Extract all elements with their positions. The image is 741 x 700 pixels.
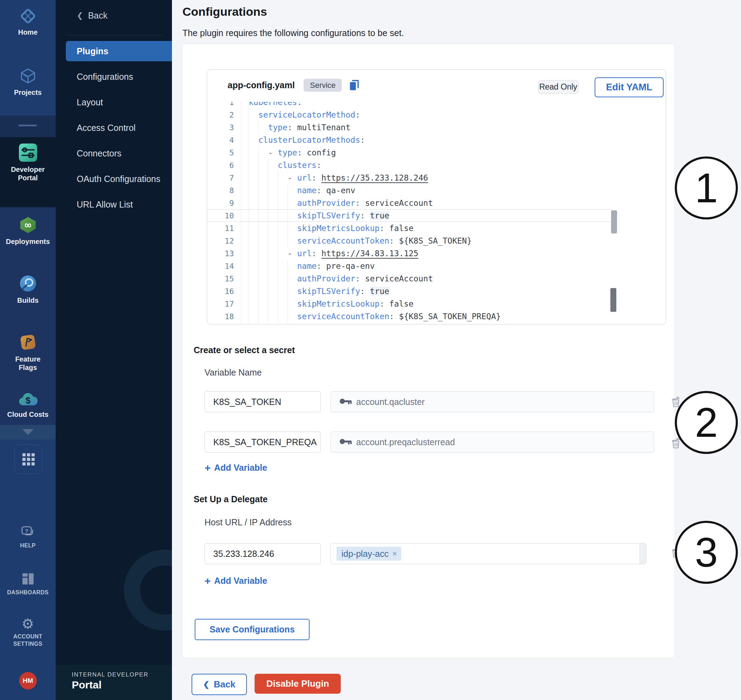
gear-icon: ⚙ (22, 617, 34, 631)
app-window: Home Projects Developer Portal ∞ Deploym… (0, 0, 741, 700)
nav-item-configurations[interactable]: Configurations (56, 66, 172, 87)
code-line: 2serviceLocatorMethod: (207, 109, 612, 121)
chevron-left-icon: ❮ (203, 680, 209, 689)
nav-item-label: Connectors (77, 149, 122, 159)
module-browser-button[interactable] (14, 444, 43, 474)
read-only-badge: Read Only (538, 80, 579, 94)
variable-name-value: K8S_SA_TOKEN (213, 397, 281, 407)
back-button[interactable]: ❮ Back (192, 674, 247, 695)
secret-value: account.qacluster (356, 397, 425, 407)
code-line: 13- url: https://34.83.13.125 (207, 247, 612, 260)
code-line: 5- type: config (207, 146, 612, 159)
nav-item-label: Layout (77, 97, 103, 107)
dashboards-icon (22, 573, 34, 587)
code-line: 17skipMetricsLookup: false (207, 297, 612, 310)
annotation-number: 3 (695, 528, 718, 576)
svg-text:$: $ (25, 395, 31, 406)
sidebar-item-help[interactable]: ? HELP (0, 526, 56, 549)
user-avatar-item[interactable]: HM (0, 672, 56, 690)
sidebar-item-label: ACCOUNT SETTINGS (7, 633, 49, 647)
code-line: 4clusterLocatorMethods: (207, 134, 612, 146)
rail-collapse-chevron[interactable] (0, 429, 56, 435)
sidebar-item-label: Deployments (5, 237, 51, 246)
key-icon (339, 398, 352, 406)
code-line: 15authProvider: serviceAccount (207, 272, 612, 285)
secret-value: account.preqaclusterread (356, 437, 455, 447)
editor-header: app-config.yaml Service Read Only Edit Y… (207, 70, 666, 102)
tags-scrollbar[interactable] (639, 544, 646, 564)
sidebar-item-dashboards[interactable]: DASHBOARDS (0, 573, 56, 596)
sidebar-item-feature-flags[interactable]: Feature Flags (0, 333, 56, 372)
annotation-circle-1: 1 (675, 156, 738, 219)
chevron-down-icon (22, 429, 34, 435)
remove-tag-icon[interactable]: × (392, 549, 397, 559)
grid-icon (22, 453, 35, 466)
copy-icon[interactable] (349, 79, 360, 93)
code-line: 11skipMetricsLookup: false (207, 222, 612, 234)
variable-name-input[interactable]: K8S_SA_TOKEN (205, 391, 321, 412)
back-nav[interactable]: ❮ Back (77, 10, 108, 21)
svg-text:∞: ∞ (24, 219, 32, 230)
home-icon (20, 8, 37, 26)
save-label: Save Configurations (209, 624, 295, 635)
annotation-number: 1 (695, 164, 718, 212)
save-configurations-button[interactable]: Save Configurations (195, 619, 309, 640)
footer-eyebrow: INTERNAL DEVELOPER (72, 671, 149, 678)
sidebar-item-projects[interactable]: Projects (0, 67, 56, 97)
scrollbar-thumb[interactable] (611, 210, 617, 234)
code-line: 14name: pre-qa-env (207, 260, 612, 272)
delegate-tags-input[interactable]: idp-play-acc × (331, 543, 647, 564)
delegate-tag-chip[interactable]: idp-play-acc × (337, 547, 401, 561)
sidebar-item-cloud-costs[interactable]: $ Cloud Costs (0, 391, 56, 419)
code-line: 12serviceAccountToken: ${K8S_SA_TOKEN} (207, 234, 612, 247)
sidebar-item-label: Projects (5, 88, 51, 97)
host-url-label: Host URL / IP Address (205, 517, 292, 528)
sidebar-footer: INTERNAL DEVELOPER Portal (56, 665, 172, 700)
key-icon (339, 438, 352, 446)
service-badge: Service (303, 79, 342, 92)
feature-flags-icon (19, 333, 37, 353)
svg-text:?: ? (25, 528, 28, 534)
sidebar-item-home[interactable]: Home (0, 8, 56, 37)
disable-plugin-button[interactable]: Disable Plugin (255, 674, 341, 694)
secret-select[interactable]: account.qacluster (331, 391, 654, 412)
chevron-left-icon: ❮ (77, 11, 83, 20)
nav-item-plugins[interactable]: Plugins (66, 41, 172, 61)
yaml-editor: app-config.yaml Service Read Only Edit Y… (207, 69, 666, 325)
builds-icon (19, 275, 37, 294)
rail-mid-section (0, 116, 56, 137)
sidebar-item-label: Builds (5, 296, 51, 304)
nav-item-label: Configurations (77, 72, 133, 82)
add-variable-link[interactable]: + Add Variable (205, 576, 267, 586)
footer-title: Portal (72, 679, 102, 691)
file-name: app-config.yaml (228, 80, 295, 90)
tag-label: idp-play-acc (342, 549, 389, 559)
annotation-circle-3: 3 (675, 521, 738, 584)
add-variable-link[interactable]: + Add Variable (205, 463, 267, 473)
sidebar-item-account-settings[interactable]: ⚙ ACCOUNT SETTINGS (0, 617, 56, 647)
secret-select[interactable]: account.preqaclusterread (331, 432, 654, 453)
sidebar-item-deployments[interactable]: ∞ Deployments (0, 216, 56, 246)
nav-item-label: URL Allow List (77, 200, 133, 210)
code-line: 8name: qa-env (207, 184, 612, 197)
host-url-input[interactable]: 35.233.128.246 (205, 543, 321, 564)
sidebar-item-label: Feature Flags (5, 355, 51, 372)
sidebar-item-label: Home (5, 28, 51, 37)
module-rail: Home Projects Developer Portal ∞ Deploym… (0, 0, 56, 700)
scrollbar-thumb[interactable] (610, 288, 616, 312)
nav-item-connectors[interactable]: Connectors (56, 143, 172, 163)
annotation-number: 2 (695, 399, 718, 446)
projects-icon (19, 67, 37, 86)
nav-item-layout[interactable]: Layout (56, 92, 172, 112)
edit-yaml-button[interactable]: Edit YAML (595, 77, 664, 97)
sidebar-item-builds[interactable]: Builds (0, 275, 56, 304)
nav-item-url-allow-list[interactable]: URL Allow List (56, 194, 172, 215)
variable-name-input[interactable]: K8S_SA_TOKEN_PREQA (205, 432, 321, 453)
nav-item-access-control[interactable]: Access Control (56, 118, 172, 138)
nav-item-oauth-configurations[interactable]: OAuth Configurations (56, 169, 172, 189)
code-viewport[interactable]: 1kubernetes:2serviceLocatorMethod:3type:… (207, 102, 666, 324)
code-line: 7- url: https://35.233.128.246 (207, 172, 612, 184)
add-variable-label: Add Variable (214, 576, 267, 586)
add-variable-label: Add Variable (214, 463, 267, 473)
sidebar-item-developer-portal[interactable]: Developer Portal (0, 144, 56, 182)
